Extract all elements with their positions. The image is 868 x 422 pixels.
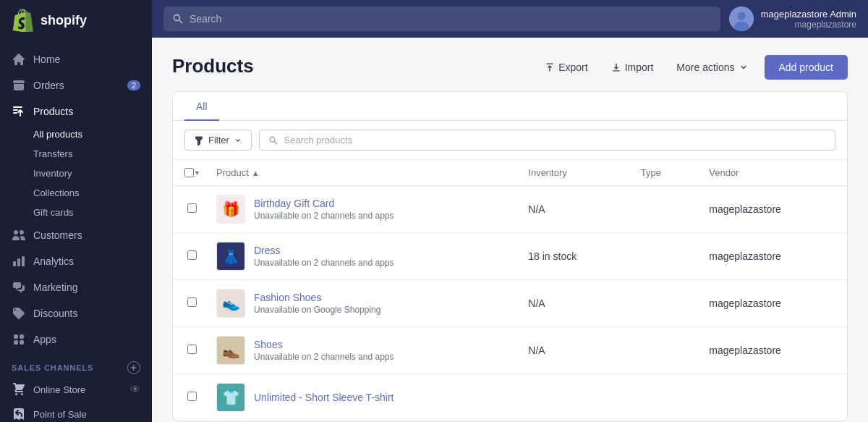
table-header-vendor: Vendor — [697, 160, 847, 186]
table-header-inventory: Inventory — [516, 160, 629, 186]
sidebar-sub-transfers[interactable]: Transfers — [0, 144, 152, 164]
sidebar-channel-pos[interactable]: Point of Sale — [0, 402, 152, 422]
product-details: Dress Unavailable on 2 channels and apps — [254, 245, 393, 268]
sales-channels-section-title: SALES CHANNELS + — [0, 353, 152, 377]
import-label: Import — [625, 62, 654, 73]
product-name-link[interactable]: Dress — [254, 245, 281, 256]
row-type — [629, 327, 698, 374]
pos-label: Point of Sale — [33, 409, 87, 420]
sidebar-item-home-label: Home — [33, 54, 60, 65]
export-label: Export — [558, 62, 587, 73]
row-checkbox-4[interactable] — [187, 345, 197, 354]
export-button[interactable]: Export — [537, 57, 595, 77]
search-products-bar[interactable] — [259, 130, 835, 151]
sidebar-item-discounts[interactable]: Discounts — [0, 300, 152, 326]
sidebar-item-apps-label: Apps — [33, 334, 56, 345]
product-details: Shoes Unavailable on 2 channels and apps — [254, 339, 393, 362]
row-checkbox-3[interactable] — [187, 297, 197, 307]
product-name-link[interactable]: Fashion Shoes — [254, 292, 321, 303]
product-availability: Unavailable on Google Shopping — [254, 305, 380, 315]
row-checkbox-cell — [173, 280, 210, 327]
filter-row: Filter — [173, 121, 847, 160]
table-row: 🎁 Birthday Gift Card Unavailable on 2 ch… — [173, 186, 847, 233]
topbar-user[interactable]: mageplazastore Admin mageplazastore — [729, 7, 856, 31]
row-vendor: mageplazastore — [697, 280, 847, 327]
product-thumbnail: 👟 — [216, 289, 245, 318]
select-all-checkbox[interactable] — [184, 168, 194, 177]
sidebar-item-home[interactable]: Home — [0, 46, 152, 72]
product-thumbnail: 👕 — [216, 383, 245, 412]
svg-point-4 — [737, 12, 745, 20]
table-row: 👗 Dress Unavailable on 2 channels and ap… — [173, 233, 847, 280]
sidebar: shopify Home Orders 2 Products All produ… — [0, 0, 152, 422]
sidebar-sub-inventory[interactable]: Inventory — [0, 164, 152, 183]
add-channel-button[interactable]: + — [127, 361, 140, 374]
search-bar[interactable] — [163, 7, 720, 31]
product-info: 👞 Shoes Unavailable on 2 channels and ap… — [216, 336, 505, 365]
select-all-chevron[interactable]: ▾ — [195, 169, 199, 177]
row-product-cell: 👟 Fashion Shoes Unavailable on Google Sh… — [210, 280, 516, 327]
table-header-type: Type — [629, 160, 698, 186]
sort-arrow-icon: ▲ — [252, 169, 260, 177]
orders-badge: 2 — [127, 80, 140, 90]
online-store-eye-icon[interactable]: 👁 — [130, 384, 140, 395]
product-availability: Unavailable on 2 channels and apps — [254, 352, 393, 362]
main-area: mageplazastore Admin mageplazastore Prod… — [152, 0, 868, 422]
avatar — [729, 7, 754, 31]
add-product-button[interactable]: Add product — [765, 55, 848, 80]
sidebar-item-customers[interactable]: Customers — [0, 222, 152, 248]
sidebar-item-orders-label: Orders — [33, 80, 64, 91]
product-name-link[interactable]: Birthday Gift Card — [254, 198, 334, 209]
row-checkbox-1[interactable] — [187, 203, 197, 213]
table-row: 👞 Shoes Unavailable on 2 channels and ap… — [173, 327, 847, 374]
row-type — [629, 233, 698, 280]
import-button[interactable]: Import — [604, 57, 661, 77]
row-vendor: mageplazastore — [697, 327, 847, 374]
product-name-link[interactable]: Unlimited - Short Sleeve T-shirt — [254, 392, 393, 403]
topbar-user-info: mageplazastore Admin mageplazastore — [761, 9, 856, 30]
row-type — [629, 280, 698, 327]
sidebar-logo[interactable]: shopify — [0, 0, 152, 41]
tabs-row: All — [173, 92, 847, 121]
sidebar-sub-all-products[interactable]: All products — [0, 125, 152, 144]
row-inventory — [516, 374, 629, 421]
orders-icon — [12, 78, 26, 93]
page-header: Products Export Import More actions Add … — [172, 55, 848, 80]
sidebar-item-marketing[interactable]: Marketing — [0, 274, 152, 300]
sidebar-item-apps[interactable]: Apps — [0, 326, 152, 353]
row-inventory: 18 in stock — [516, 233, 629, 280]
product-col-label: Product — [216, 167, 249, 178]
sidebar-item-analytics[interactable]: Analytics — [0, 248, 152, 274]
row-inventory: N/A — [516, 327, 629, 374]
row-checkbox-2[interactable] — [187, 250, 197, 260]
filter-icon — [194, 135, 204, 145]
table-row: 👟 Fashion Shoes Unavailable on Google Sh… — [173, 280, 847, 327]
row-vendor — [697, 374, 847, 421]
product-details: Fashion Shoes Unavailable on Google Shop… — [254, 292, 380, 315]
sidebar-item-discounts-label: Discounts — [33, 308, 77, 319]
more-actions-button[interactable]: More actions — [669, 57, 755, 77]
sidebar-sub-collections[interactable]: Collections — [0, 183, 152, 203]
home-icon — [12, 52, 26, 67]
table-header-product[interactable]: Product ▲ — [210, 160, 516, 186]
row-type — [629, 186, 698, 233]
store-icon — [12, 382, 26, 397]
product-name-link[interactable]: Shoes — [254, 339, 283, 350]
sidebar-item-customers-label: Customers — [33, 229, 82, 241]
tab-all[interactable]: All — [184, 92, 219, 121]
analytics-icon — [12, 254, 26, 269]
product-details: Unlimited - Short Sleeve T-shirt — [254, 392, 393, 403]
sidebar-item-marketing-label: Marketing — [33, 282, 77, 293]
products-card: All Filter — [172, 91, 848, 421]
search-input[interactable] — [190, 13, 712, 25]
row-product-cell: 👕 Unlimited - Short Sleeve T-shirt — [210, 374, 516, 421]
sidebar-sub-gift-cards[interactable]: Gift cards — [0, 203, 152, 222]
sidebar-item-orders[interactable]: Orders 2 — [0, 72, 152, 98]
sidebar-channel-online-store[interactable]: Online Store 👁 — [0, 377, 152, 402]
sidebar-item-analytics-label: Analytics — [33, 256, 74, 267]
filter-button[interactable]: Filter — [184, 130, 252, 151]
search-products-input[interactable] — [284, 135, 827, 145]
row-checkbox-5[interactable] — [187, 392, 197, 401]
sidebar-item-products[interactable]: Products — [0, 98, 152, 125]
topbar-store: mageplazastore — [761, 20, 856, 30]
